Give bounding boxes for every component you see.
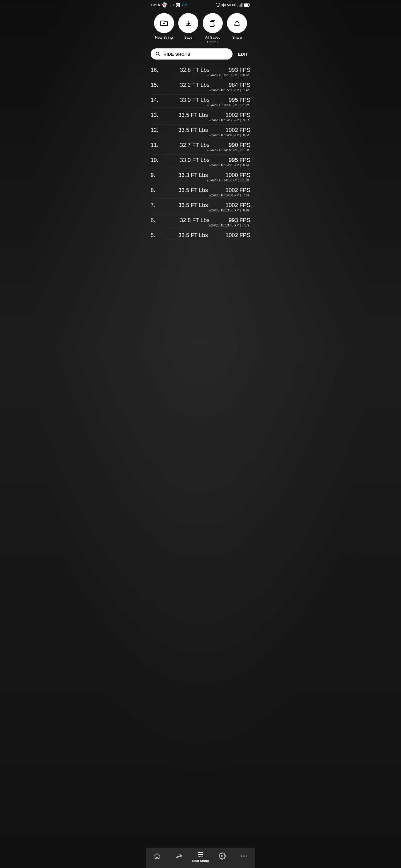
svg-point-21 [199, 852, 200, 853]
nav-rifle[interactable] [168, 852, 190, 861]
shot-item[interactable]: 9.33.3 FT Lbs1000 FPS2/24/25 10:14:12 AM… [151, 169, 250, 184]
nav-home[interactable] [146, 852, 168, 861]
svg-rect-5 [240, 4, 240, 7]
mute-icon [221, 3, 226, 7]
new-string-button[interactable]: New String [154, 13, 174, 44]
save-button[interactable]: Save [178, 13, 198, 44]
svg-point-26 [244, 856, 245, 857]
shot-energy: 33.0 FT Lbs [161, 157, 229, 163]
tiktok-icon-1: ♪ [169, 3, 171, 7]
shot-energy: 33.0 FT Lbs [161, 97, 229, 103]
shot-timestamp: 2/24/25 10:15:01 AM [+11.2s] [207, 103, 250, 107]
shot-fps: 1002 FPS [226, 187, 250, 193]
nav-shot-string[interactable]: Shot String [190, 851, 211, 862]
shot-item[interactable]: 13.33.5 FT Lbs1002 FPS2/24/25 10:14:50 A… [151, 109, 250, 124]
list-icon [197, 851, 204, 858]
shot-list: 16.32.8 FT Lbs993 FPS2/24/25 10:15:19 AM… [146, 64, 255, 240]
svg-point-23 [199, 856, 200, 857]
shot-number: 5. [151, 232, 161, 239]
shot-item[interactable]: 15.32.2 FT Lbs984 FPS2/24/25 10:15:08 AM… [151, 79, 250, 94]
new-string-label: New String [155, 35, 173, 40]
shot-energy: 33.5 FT Lbs [161, 112, 226, 118]
shot-timestamp: 2/24/25 10:13:53 AM [+8.8s] [208, 208, 250, 212]
status-left: 10:16 👻 ♪ ♪ 🖼 70° [151, 2, 187, 7]
alarm-icon [216, 3, 220, 7]
bottom-nav: Shot String [146, 848, 255, 868]
shot-item[interactable]: 11.32.7 FT Lbs990 FPS2/24/25 10:14:32 AM… [151, 139, 250, 154]
shot-energy: 32.8 FT Lbs [161, 217, 229, 223]
shot-energy: 33.5 FT Lbs [161, 232, 226, 239]
svg-point-25 [241, 856, 242, 857]
shot-item[interactable]: 16.32.8 FT Lbs993 FPS2/24/25 10:15:19 AM… [151, 64, 250, 79]
shot-item[interactable]: 14.33.0 FT Lbs995 FPS2/24/25 10:15:01 AM… [151, 94, 250, 109]
save-label: Save [184, 35, 193, 40]
shot-number: 6. [151, 217, 161, 223]
photos-icon: 🖼 [176, 3, 180, 7]
save-icon-circle [178, 13, 198, 33]
shot-number: 8. [151, 187, 161, 193]
tiktok-icon-2: ♪ [172, 3, 174, 7]
shot-item[interactable]: 10.33.0 FT Lbs995 FPS2/24/25 10:14:20 AM… [151, 154, 250, 169]
settings-icon [219, 852, 226, 860]
all-saved-label: All SavedStrings [205, 35, 220, 44]
shot-fps: 993 FPS [229, 67, 250, 73]
shot-number: 16. [151, 67, 161, 73]
shot-timestamp: 2/24/25 10:14:50 AM [+9.7s] [208, 118, 250, 122]
status-bar: 10:16 👻 ♪ ♪ 🖼 70° 5G UC [146, 0, 255, 9]
svg-rect-9 [244, 4, 249, 6]
shot-item[interactable]: 8.33.5 FT Lbs1002 FPS2/24/25 10:14:01 AM… [151, 184, 250, 199]
svg-rect-6 [241, 3, 242, 7]
shot-energy: 33.3 FT Lbs [161, 172, 226, 178]
shot-fps: 1002 FPS [226, 112, 250, 118]
svg-rect-3 [237, 6, 238, 7]
hide-shots-button[interactable]: HIDE SHOTS [151, 49, 232, 60]
nav-settings[interactable] [211, 852, 233, 861]
svg-line-17 [159, 55, 160, 56]
shot-energy: 33.5 FT Lbs [161, 202, 226, 208]
svg-rect-7 [242, 3, 242, 7]
svg-point-27 [245, 856, 247, 857]
nav-shot-string-label: Shot String [192, 859, 208, 862]
more-icon [240, 852, 248, 860]
shot-item[interactable]: 12.33.5 FT Lbs1002 FPS2/24/25 10:14:40 A… [151, 124, 250, 139]
snapchat-icon: 👻 [162, 2, 167, 7]
status-time: 10:16 [151, 3, 160, 7]
shot-energy: 33.5 FT Lbs [161, 187, 226, 193]
shot-number: 12. [151, 127, 161, 133]
all-saved-strings-button[interactable]: All SavedStrings [203, 13, 223, 44]
shot-item[interactable]: 5.33.5 FT Lbs1002 FPS [151, 229, 250, 240]
shot-number: 11. [151, 142, 161, 148]
shot-fps: 1000 FPS [226, 172, 250, 178]
new-string-icon-circle [154, 13, 174, 33]
share-label: Share [232, 35, 242, 40]
shot-fps: 995 FPS [229, 97, 250, 103]
copy-icon [208, 19, 217, 28]
search-icon [155, 51, 161, 57]
shot-fps: 995 FPS [229, 157, 250, 163]
shot-timestamp: 2/24/25 10:15:08 AM [+7.4s] [208, 88, 250, 92]
shot-timestamp: 2/24/25 10:14:01 AM [+7.4s] [208, 193, 250, 197]
shot-energy: 32.7 FT Lbs [161, 142, 229, 148]
shot-item[interactable]: 6.32.8 FT Lbs993 FPS2/24/25 10:13:45 AM … [151, 214, 250, 229]
rifle-icon [174, 851, 183, 861]
svg-point-22 [199, 854, 200, 855]
shot-fps: 993 FPS [229, 217, 250, 223]
shot-item[interactable]: 7.33.5 FT Lbs1002 FPS2/24/25 10:13:53 AM… [151, 199, 250, 214]
shot-number: 9. [151, 172, 161, 178]
svg-rect-14 [210, 22, 214, 26]
edit-button[interactable]: EDIT [236, 51, 250, 58]
shot-fps: 984 FPS [229, 82, 250, 88]
battery-icon [244, 3, 250, 7]
shot-fps: 1002 FPS [226, 232, 250, 239]
shot-timestamp: 2/24/25 10:14:20 AM [+8.6s] [208, 163, 250, 167]
share-icon-circle [227, 13, 247, 33]
shot-energy: 33.5 FT Lbs [161, 127, 226, 133]
share-icon [232, 19, 241, 28]
shot-timestamp: 2/24/25 10:14:32 AM [+11.3s] [207, 148, 250, 152]
shot-timestamp: 2/24/25 10:15:19 AM [+10.6s] [207, 73, 250, 77]
status-right: 5G UC [216, 3, 250, 7]
nav-more[interactable] [233, 852, 255, 861]
folder-plus-icon [160, 19, 169, 28]
all-saved-icon-circle [203, 13, 223, 33]
share-button[interactable]: Share [227, 13, 247, 44]
